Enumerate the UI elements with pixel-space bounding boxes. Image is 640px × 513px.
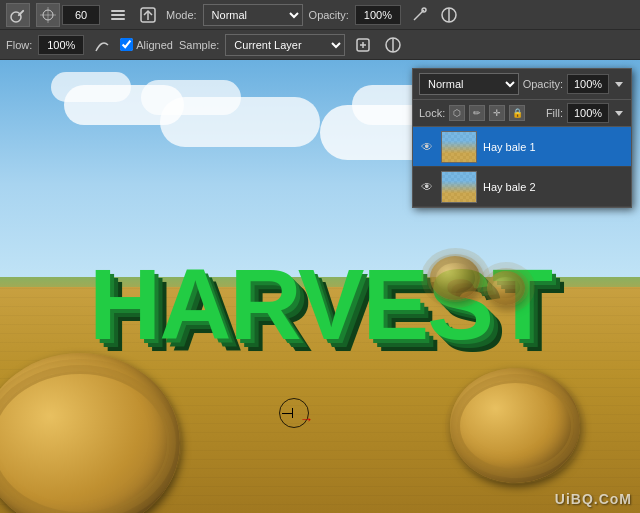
layers-mode-dropdown[interactable]: Normal bbox=[419, 73, 519, 95]
svg-rect-5 bbox=[111, 10, 125, 12]
layer-1-thumbnail bbox=[441, 131, 477, 163]
fill-label: Fill: bbox=[546, 107, 563, 119]
aligned-label: Aligned bbox=[136, 39, 173, 51]
hay-bale-bg-1 bbox=[430, 256, 480, 300]
hay-bale-bg-2 bbox=[487, 271, 525, 305]
flow-icon[interactable] bbox=[90, 33, 114, 57]
layers-panel-header: Normal Opacity: 100% bbox=[413, 69, 631, 100]
clone-stamp-tool-icon[interactable] bbox=[6, 3, 30, 27]
layers-panel: Normal Opacity: 100% Lock: ⬡ ✏ ✛ 🔒 Fill:… bbox=[412, 68, 632, 208]
fill-input[interactable]: 100% bbox=[567, 103, 609, 123]
aligned-checkbox-label[interactable]: Aligned bbox=[120, 38, 173, 51]
lock-label: Lock: bbox=[419, 107, 445, 119]
aligned-checkbox[interactable] bbox=[120, 38, 133, 51]
layers-opacity-label: Opacity: bbox=[523, 78, 563, 90]
cloud-4 bbox=[141, 80, 241, 115]
layer-row-1[interactable]: 👁 Hay bale 1 bbox=[413, 127, 631, 167]
toolbar-second: Flow: 100% Aligned Sample: Current Layer bbox=[0, 30, 640, 60]
lock-position-icon[interactable]: ✛ bbox=[489, 105, 505, 121]
svg-marker-16 bbox=[615, 82, 623, 87]
mode-dropdown[interactable]: Normal bbox=[203, 4, 303, 26]
lock-transparency-icon[interactable]: ⬡ bbox=[449, 105, 465, 121]
lock-pixels-icon[interactable]: ✏ bbox=[469, 105, 485, 121]
lock-all-icon[interactable]: 🔒 bbox=[509, 105, 525, 121]
svg-rect-7 bbox=[111, 18, 125, 20]
layer-1-name: Hay bale 1 bbox=[483, 141, 625, 153]
canvas-area: HARVEST → Normal Opacity: 100% Lock: ⬡ ✏ bbox=[0, 60, 640, 513]
brush-size-box: 60 bbox=[36, 3, 100, 27]
mode-label: Mode: bbox=[166, 9, 197, 21]
brush-preview[interactable] bbox=[36, 3, 60, 27]
layer-2-name: Hay bale 2 bbox=[483, 181, 625, 193]
svg-marker-17 bbox=[615, 111, 623, 116]
layer-1-visibility-icon[interactable]: 👁 bbox=[419, 139, 435, 155]
layer-2-thumbnail bbox=[441, 171, 477, 203]
flow-label: Flow: bbox=[6, 39, 32, 51]
sample-label: Sample: bbox=[179, 39, 219, 51]
opacity-dropdown-arrow bbox=[613, 78, 625, 90]
layer-2-thumb-image bbox=[442, 172, 476, 202]
layer-row-2[interactable]: 👁 Hay bale 2 bbox=[413, 167, 631, 207]
harvest-text: HARVEST bbox=[89, 254, 551, 354]
layers-opacity-input[interactable]: 100% bbox=[567, 74, 609, 94]
cloud-2 bbox=[51, 72, 131, 102]
svg-rect-6 bbox=[111, 14, 125, 16]
layer-2-visibility-icon[interactable]: 👁 bbox=[419, 179, 435, 195]
hay-bale-right bbox=[450, 368, 580, 483]
brush-size-input[interactable]: 60 bbox=[62, 5, 100, 25]
flow-input[interactable]: 100% bbox=[38, 35, 84, 55]
layers-lock-row: Lock: ⬡ ✏ ✛ 🔒 Fill: 100% bbox=[413, 100, 631, 127]
watermark: UiBQ.CoM bbox=[555, 491, 632, 507]
brush-load-icon[interactable] bbox=[136, 3, 160, 27]
sample-icon[interactable] bbox=[351, 33, 375, 57]
layer-1-thumb-image bbox=[442, 132, 476, 162]
fill-dropdown-arrow bbox=[613, 107, 625, 119]
sample-toggle-icon[interactable] bbox=[381, 33, 405, 57]
toolbar-top: 60 Mode: Normal Opacity: 100% bbox=[0, 0, 640, 30]
sample-dropdown[interactable]: Current Layer bbox=[225, 34, 345, 56]
cursor-crosshair-vertical bbox=[292, 408, 293, 418]
brush-settings-icon[interactable] bbox=[106, 3, 130, 27]
cursor-arrow: → bbox=[299, 411, 313, 427]
opacity-input[interactable]: 100% bbox=[355, 5, 401, 25]
opacity-label: Opacity: bbox=[309, 9, 349, 21]
airbrush-icon[interactable] bbox=[407, 3, 431, 27]
cursor-crosshair-horizontal bbox=[282, 413, 292, 414]
toggle-icon[interactable] bbox=[437, 3, 461, 27]
